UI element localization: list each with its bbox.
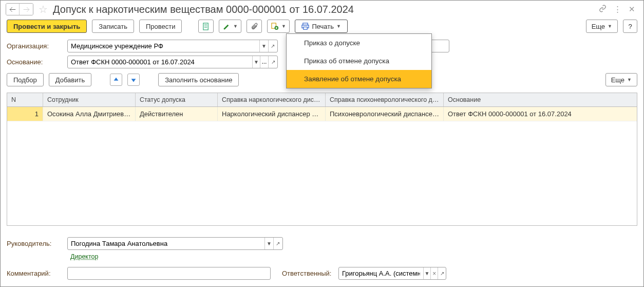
cell-psy: Психоневрологический диспансер …: [326, 107, 444, 121]
post-and-close-button[interactable]: Провести и закрыть: [7, 20, 87, 33]
document-movements-button[interactable]: [198, 20, 214, 33]
comment-input[interactable]: [68, 267, 270, 279]
forward-button[interactable]: 🡢: [20, 4, 33, 15]
menu-item-order-admit[interactable]: Приказ о допуске: [287, 34, 431, 52]
pick-button[interactable]: Подбор: [7, 73, 44, 86]
manager-field[interactable]: ▼ ↗: [67, 237, 283, 250]
edit-button[interactable]: ▼: [219, 20, 241, 33]
create-based-on-button[interactable]: ▼: [267, 20, 290, 33]
responsible-clear-icon[interactable]: ×: [430, 267, 438, 279]
responsible-input[interactable]: [339, 267, 423, 279]
cell-basis: Ответ ФСКН 0000-000001 от 16.07.2024: [444, 107, 637, 121]
organization-open-icon[interactable]: ↗: [268, 40, 277, 52]
col-psy[interactable]: Справка психоневрологического ди…: [326, 93, 444, 106]
responsible-dropdown-icon[interactable]: ▼: [423, 267, 430, 279]
col-n[interactable]: N: [7, 93, 43, 106]
move-down-button[interactable]: [127, 74, 140, 86]
cell-n: 1: [7, 107, 43, 121]
fill-basis-button[interactable]: Заполнить основание: [158, 73, 239, 86]
more-button[interactable]: Еще ▼: [586, 20, 618, 33]
cell-employee: Осокина Алла Дмитриевна: [43, 107, 136, 121]
menu-item-statement-revoke[interactable]: Заявление об отмене допуска: [287, 70, 431, 88]
manager-dropdown-icon[interactable]: ▼: [264, 238, 273, 249]
nav-group: 🡠 🡢: [6, 3, 33, 15]
menu-item-order-revoke[interactable]: Приказ об отмене допуска: [287, 52, 431, 70]
help-button[interactable]: ?: [623, 20, 637, 33]
cell-narc: Наркологический диспансер …: [218, 107, 326, 121]
col-basis[interactable]: Основание: [444, 93, 637, 106]
comment-field[interactable]: [67, 267, 271, 280]
basis-label: Основание:: [7, 58, 63, 66]
table-header: N Сотрудник Статус допуска Справка нарко…: [7, 93, 637, 107]
responsible-field[interactable]: ▼ × ↗: [338, 267, 446, 280]
manager-position-link[interactable]: Директор: [70, 253, 98, 260]
grid-more-button[interactable]: Еще ▼: [605, 73, 637, 86]
kebab-menu-icon[interactable]: ⋮: [614, 5, 621, 14]
basis-select-icon[interactable]: …: [260, 56, 268, 68]
table-row[interactable]: 1 Осокина Алла Дмитриевна Действителен Н…: [7, 107, 637, 121]
svg-rect-0: [203, 23, 208, 29]
link-icon[interactable]: [599, 5, 607, 14]
col-employee[interactable]: Сотрудник: [43, 93, 136, 106]
post-button[interactable]: Провести: [139, 20, 182, 33]
back-button[interactable]: 🡠: [6, 4, 20, 15]
close-button[interactable]: ✕: [629, 5, 635, 14]
organization-input[interactable]: [68, 40, 259, 52]
move-up-button[interactable]: [110, 74, 122, 86]
col-narc[interactable]: Справка наркологического дис…: [218, 93, 326, 106]
favorite-star-icon[interactable]: ☆: [39, 3, 48, 15]
print-button[interactable]: Печать ▼: [295, 20, 348, 33]
organization-label: Организация:: [7, 42, 63, 50]
basis-dropdown-icon[interactable]: ▼: [252, 56, 260, 68]
comment-label: Комментарий:: [7, 270, 63, 277]
print-menu: Приказ о допуске Приказ об отмене допуск…: [286, 33, 432, 88]
add-button[interactable]: Добавить: [49, 73, 91, 86]
responsible-label: Ответственный:: [282, 270, 334, 277]
save-button[interactable]: Записать: [92, 20, 134, 33]
responsible-open-icon[interactable]: ↗: [438, 267, 446, 279]
basis-open-icon[interactable]: ↗: [268, 56, 277, 68]
print-button-label: Печать: [312, 23, 334, 30]
page-title: Допуск к наркотическим веществам 0000-00…: [53, 4, 596, 15]
manager-input[interactable]: [68, 238, 264, 249]
manager-open-icon[interactable]: ↗: [273, 238, 282, 249]
attach-button[interactable]: [247, 20, 262, 33]
svg-rect-8: [304, 27, 308, 29]
organization-field[interactable]: ▼ ↗: [67, 40, 278, 52]
col-status[interactable]: Статус допуска: [136, 93, 218, 106]
manager-label: Руководитель:: [7, 240, 63, 247]
employees-table: N Сотрудник Статус допуска Справка нарко…: [7, 93, 637, 226]
cell-status: Действителен: [136, 107, 218, 121]
organization-dropdown-icon[interactable]: ▼: [259, 40, 268, 52]
basis-input[interactable]: [68, 56, 252, 68]
basis-field[interactable]: ▼ … ↗: [67, 56, 278, 68]
